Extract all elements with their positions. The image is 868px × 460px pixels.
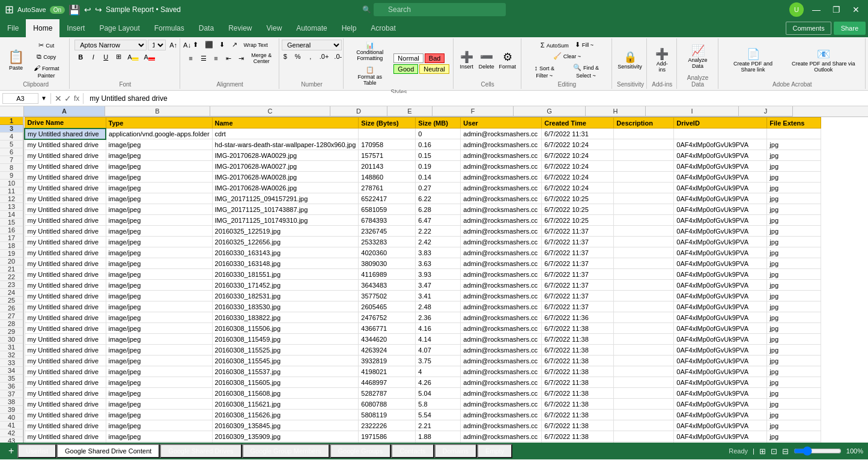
cell[interactable]: my Untitled shared drive [25, 323, 106, 334]
cell[interactable]: 6/7/2022 11:38 [542, 323, 614, 334]
cell[interactable]: 4.26 [416, 377, 461, 388]
cell[interactable]: jpg [767, 442, 821, 443]
fill-button[interactable]: ⬇ Fill ~ [572, 40, 596, 50]
comma-button[interactable]: , [305, 52, 317, 61]
copy-button[interactable]: ⧉ Copy [27, 52, 65, 62]
cell[interactable]: jpg [767, 258, 821, 269]
cell[interactable]: jpg [767, 356, 821, 366]
row-header-23[interactable]: 23 [0, 281, 23, 289]
cell[interactable]: 4.14 [416, 334, 461, 345]
cell[interactable]: 20160308_115459.jpg [212, 334, 359, 345]
cell[interactable]: my Untitled shared drive [25, 226, 106, 237]
cell[interactable]: admin@rocksmashers.cc [461, 334, 542, 345]
cell[interactable]: 4468997 [359, 377, 416, 388]
currency-button[interactable]: $ [279, 52, 291, 61]
format-button[interactable]: ⚙ Format [498, 49, 517, 71]
cell[interactable]: jpg [767, 399, 821, 410]
cell[interactable]: jpg [767, 247, 821, 258]
cell[interactable]: admin@rocksmashers.cc [461, 291, 542, 301]
cell[interactable]: 0AF4xlMp0ofGvUk9PVA [674, 366, 767, 377]
cell[interactable]: 5.04 [416, 388, 461, 399]
cell[interactable]: 0AF4xlMp0ofGvUk9PVA [674, 193, 767, 204]
cell[interactable]: 0AF4xlMp0ofGvUk9PVA [674, 183, 767, 193]
row-header-25[interactable]: 25 [0, 297, 23, 304]
cell[interactable]: admin@rocksmashers.cc [461, 150, 542, 161]
cell[interactable] [614, 431, 674, 442]
cell[interactable]: image/jpeg [106, 204, 212, 215]
row-header-5[interactable]: 5 [0, 141, 23, 148]
row-header-16[interactable]: 16 [0, 226, 23, 234]
clear-button[interactable]: 🧹 Clear ~ [551, 51, 583, 61]
cell[interactable] [614, 226, 674, 237]
cell[interactable]: image/jpeg [106, 280, 212, 291]
normal-view-button[interactable]: ⊞ [759, 447, 766, 456]
insert-button[interactable]: ➕ Insert [458, 49, 475, 71]
cell[interactable]: 20160325_122519.jpg [212, 226, 359, 237]
cell[interactable] [614, 193, 674, 204]
cell[interactable]: 20160330_171452.jpg [212, 280, 359, 291]
cell[interactable] [614, 215, 674, 226]
col-header-c[interactable]: C [210, 106, 330, 117]
add-sheet-button[interactable]: + [5, 446, 17, 456]
cell[interactable]: 2322226 [359, 420, 416, 431]
row-header-31[interactable]: 31 [0, 343, 23, 351]
cell[interactable]: DriveID [674, 118, 767, 129]
cell[interactable]: admin@rocksmashers.cc [461, 442, 542, 443]
row-header-7[interactable]: 7 [0, 156, 23, 164]
col-header-e[interactable]: E [387, 106, 432, 117]
cell[interactable]: my Untitled shared drive [25, 301, 106, 312]
cell[interactable]: admin@rocksmashers.cc [461, 356, 542, 366]
cell[interactable]: 6/7/2022 11:37 [542, 258, 614, 269]
cell[interactable]: my Untitled shared drive [25, 345, 106, 356]
cell[interactable]: admin@rocksmashers.cc [461, 172, 542, 183]
cell[interactable]: User [461, 118, 542, 129]
cell[interactable]: jpg [767, 172, 821, 183]
cell[interactable]: 3.83 [416, 247, 461, 258]
delete-button[interactable]: ➖ Delete [478, 49, 496, 71]
cell[interactable]: 2.36 [416, 312, 461, 323]
sheet-tab-google-group-members[interactable]: Google Group Members [242, 444, 330, 458]
cell[interactable]: 0.16 [416, 139, 461, 150]
cell[interactable] [614, 334, 674, 345]
cell[interactable]: 5808119 [359, 410, 416, 420]
cell[interactable]: 6080788 [359, 399, 416, 410]
cell[interactable]: hd-star-wars-death-star-wallpaper-1280x9… [212, 139, 359, 150]
font-color-button[interactable]: A▬ [142, 52, 157, 62]
tab-home[interactable]: Home [26, 19, 59, 37]
cell[interactable]: jpg [767, 420, 821, 431]
cell[interactable] [614, 388, 674, 399]
cell[interactable]: 0AF4xlMp0ofGvUk9PVA [674, 247, 767, 258]
cell[interactable]: 5.54 [416, 410, 461, 420]
cell[interactable]: 0.15 [416, 150, 461, 161]
cell[interactable]: jpg [767, 269, 821, 280]
cell[interactable]: admin@rocksmashers.cc [461, 269, 542, 280]
cell[interactable]: 148860 [359, 172, 416, 183]
col-header-i[interactable]: I [646, 106, 739, 117]
cell[interactable]: image/jpeg [106, 247, 212, 258]
cell[interactable]: 6/7/2022 11:37 [542, 280, 614, 291]
italic-button[interactable]: I [87, 52, 99, 62]
cell[interactable]: 0AF4xlMp0ofGvUk9PVA [674, 226, 767, 237]
cell[interactable]: 6581059 [359, 204, 416, 215]
cell[interactable]: 20160330_181551.jpg [212, 269, 359, 280]
cell[interactable]: admin@rocksmashers.cc [461, 215, 542, 226]
cell[interactable]: Type [106, 118, 212, 129]
cell[interactable]: my Untitled shared drive [25, 431, 106, 442]
cell[interactable]: image/jpeg [106, 345, 212, 356]
row-header-42[interactable]: 42 [0, 429, 23, 437]
cell[interactable]: my Untitled shared drive [25, 183, 106, 193]
row-header-15[interactable]: 15 [0, 219, 23, 226]
insert-function-button[interactable]: fx [74, 94, 79, 103]
tab-data[interactable]: Data [192, 19, 221, 37]
cell[interactable]: 1971586 [359, 431, 416, 442]
cell[interactable]: admin@rocksmashers.cc [461, 226, 542, 237]
cell[interactable]: my Untitled shared drive [25, 420, 106, 431]
minimize-button[interactable]: — [809, 4, 824, 16]
cell[interactable]: 4.07 [416, 345, 461, 356]
cell[interactable]: admin@rocksmashers.cc [461, 183, 542, 193]
cell[interactable] [359, 129, 416, 139]
cell[interactable]: 20160330_163148.jpg [212, 258, 359, 269]
cell[interactable]: 6/7/2022 10:24 [542, 172, 614, 183]
page-break-view-button[interactable]: ⊟ [782, 447, 789, 456]
addins-button[interactable]: ➕ Add-ins [652, 46, 672, 74]
